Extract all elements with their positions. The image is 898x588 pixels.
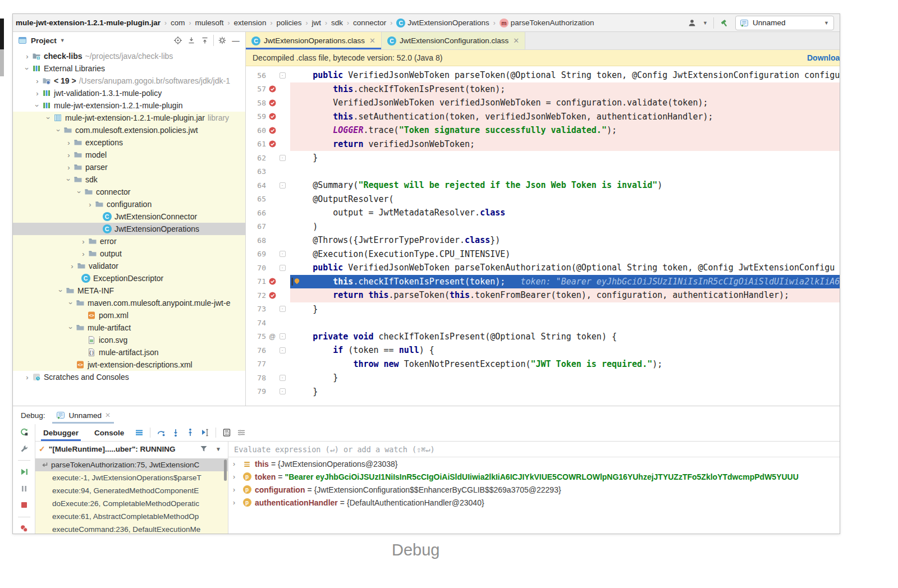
tree-collapse-icon[interactable]: › xyxy=(75,188,84,196)
filter-frames-icon[interactable] xyxy=(199,444,209,454)
code-line[interactable]: 57 this.checkIfTokenIsPresent(token); xyxy=(246,82,840,97)
layout-settings-icon[interactable] xyxy=(234,426,249,439)
code-line[interactable]: 61 return verifiedJsonWebToken; xyxy=(246,137,840,151)
editor-gutter[interactable]: 70- xyxy=(246,261,290,275)
editor-gutter[interactable]: 66 xyxy=(246,206,290,220)
breadcrumb-item[interactable]: policies xyxy=(276,19,301,27)
editor-gutter[interactable]: 56- xyxy=(246,68,290,82)
editor-gutter[interactable]: 62- xyxy=(246,151,290,165)
editor-gutter[interactable]: 79- xyxy=(246,385,290,399)
hide-panel-icon[interactable]: — xyxy=(231,35,241,45)
code-line[interactable]: 75@- private void checkIfTokenIsPresent(… xyxy=(246,330,840,344)
code-line[interactable]: 59 this.setAuthentication(token, verifie… xyxy=(246,110,840,124)
project-view-caret-icon[interactable]: ▼ xyxy=(60,38,65,43)
editor-gutter[interactable]: 60 xyxy=(246,123,290,137)
editor-gutter[interactable]: 71 xyxy=(246,275,290,289)
breadcrumb-item[interactable]: extension xyxy=(234,19,267,27)
resume-program-icon[interactable] xyxy=(17,467,31,477)
breadcrumb-item[interactable]: sdk xyxy=(331,19,343,27)
code-fold-icon[interactable]: - xyxy=(280,306,286,312)
step-over-icon[interactable] xyxy=(154,426,168,439)
breakpoint-icon[interactable] xyxy=(266,277,278,286)
breakpoint-icon[interactable] xyxy=(266,126,278,135)
code-fold-icon[interactable]: - xyxy=(280,347,286,353)
project-tree-item[interactable]: ›mule-jwt-extension-1.2.1-mule-plugin.ja… xyxy=(13,112,245,124)
evaluate-expression-input[interactable]: Evaluate expression (↵) or add a watch (… xyxy=(228,442,840,457)
run-to-cursor-icon[interactable] xyxy=(198,426,212,439)
editor-gutter[interactable]: 77 xyxy=(246,357,290,371)
code-line[interactable]: 60 LOGGER.trace("Token signature success… xyxy=(246,123,840,137)
pause-program-icon[interactable] xyxy=(17,483,31,494)
tree-expand-icon[interactable]: › xyxy=(65,139,73,147)
run-configuration-select[interactable]: Unnamed ▼ xyxy=(735,16,834,30)
project-tree-item[interactable]: ›configuration xyxy=(13,198,245,210)
project-tree-item[interactable]: ›error xyxy=(13,235,245,247)
tab-console[interactable]: Console xyxy=(86,424,132,441)
debugger-settings-wrench-icon[interactable] xyxy=(17,444,31,454)
stack-frame-row[interactable]: executeCommand:236, DefaultExecutionMe xyxy=(35,523,228,534)
breakpoint-icon[interactable] xyxy=(266,112,278,121)
project-tree-item[interactable]: {)mule-artifact.json xyxy=(13,346,245,359)
project-tree-item[interactable]: ›External Libraries xyxy=(13,62,245,75)
code-line[interactable]: 65 @OutputResolver( xyxy=(246,192,840,206)
breadcrumb-item[interactable]: CJwtExtensionOperations xyxy=(396,19,489,27)
variable-expand-icon[interactable]: › xyxy=(233,499,242,507)
editor-gutter[interactable]: 74 xyxy=(246,316,290,330)
debug-session-tab[interactable]: Unnamed ✕ xyxy=(53,406,113,424)
tree-collapse-icon[interactable]: › xyxy=(33,102,42,110)
rerun-icon[interactable] xyxy=(17,427,31,438)
download-sources-link[interactable]: Download xyxy=(807,53,840,62)
code-line[interactable]: 76- if (token == null) { xyxy=(246,343,840,357)
editor-gutter[interactable]: 68 xyxy=(246,233,290,247)
variable-expand-icon[interactable]: › xyxy=(233,473,242,481)
code-line[interactable]: 62- } xyxy=(246,151,840,165)
variable-expand-icon[interactable]: › xyxy=(233,460,242,468)
view-breakpoints-icon[interactable] xyxy=(17,523,31,534)
user-profile-icon[interactable] xyxy=(687,18,697,28)
settings-gear-icon[interactable] xyxy=(217,35,227,45)
project-tree-item[interactable]: <>pom.xml xyxy=(13,309,245,321)
expand-all-icon[interactable] xyxy=(186,35,196,45)
editor-gutter[interactable]: 64- xyxy=(246,178,290,192)
stack-frame-row[interactable]: execute:-1, JwtExtensionOperations$parse… xyxy=(35,471,228,484)
collapse-all-icon[interactable] xyxy=(200,35,210,45)
breakpoint-icon[interactable] xyxy=(266,85,278,93)
project-tree-item[interactable]: ›mule-jwt-extension-1.2.1-mule-plugin xyxy=(13,99,245,112)
tree-collapse-icon[interactable]: › xyxy=(67,324,75,332)
project-tree-item[interactable]: ›Scratches and Consoles xyxy=(13,371,245,383)
project-tree-item[interactable]: ›sdk xyxy=(13,173,245,186)
code-line[interactable]: 73- } xyxy=(246,302,840,316)
editor-gutter[interactable]: 73- xyxy=(246,302,290,316)
breadcrumb-item[interactable]: mulesoft xyxy=(195,19,224,27)
tree-expand-icon[interactable]: › xyxy=(33,77,42,85)
code-fold-icon[interactable]: - xyxy=(280,375,286,381)
variable-row[interactable]: ›this={JwtExtensionOperations@23038} xyxy=(228,457,840,470)
code-fold-icon[interactable]: - xyxy=(280,251,286,257)
tree-expand-icon[interactable]: › xyxy=(68,262,76,270)
breadcrumb-item[interactable]: com xyxy=(171,19,185,27)
project-tree-item[interactable]: ›output xyxy=(13,247,245,260)
build-hammer-icon[interactable] xyxy=(720,18,730,28)
breakpoint-icon[interactable] xyxy=(266,140,278,148)
project-tree-item[interactable]: CJwtExtensionOperations xyxy=(13,223,245,235)
code-line[interactable]: 78- } xyxy=(246,371,840,385)
editor-tab[interactable]: CJwtExtensionConfiguration.class✕ xyxy=(382,32,525,49)
breadcrumb-item[interactable]: connector xyxy=(353,19,386,27)
code-line[interactable]: 67 ) xyxy=(246,220,840,234)
project-tree-item[interactable]: ›exceptions xyxy=(13,136,245,149)
code-line[interactable]: 79- } xyxy=(246,385,840,399)
code-line[interactable]: 66 output = JwtMetadataResolver.class xyxy=(246,206,840,220)
project-tree-item[interactable]: ›META-INF xyxy=(13,284,245,297)
project-tree-item[interactable]: ›< 19 >/Users/anupam.gogoi.br/softwares/… xyxy=(13,75,245,87)
project-tree-item[interactable]: ›mule-artifact xyxy=(13,321,245,334)
editor-gutter[interactable]: 63 xyxy=(246,165,290,179)
code-line[interactable]: 71 this.checkIfTokenIsPresent(token); to… xyxy=(246,275,840,289)
breadcrumb-item[interactable]: jwt xyxy=(311,19,321,27)
tree-collapse-icon[interactable]: › xyxy=(67,299,75,307)
code-fold-icon[interactable]: - xyxy=(280,72,286,79)
editor-gutter[interactable]: 72 xyxy=(246,288,290,302)
project-tree-item[interactable]: ›connector xyxy=(13,186,245,198)
step-into-icon[interactable] xyxy=(168,426,183,439)
step-out-icon[interactable] xyxy=(183,426,198,439)
tree-expand-icon[interactable]: › xyxy=(23,52,31,61)
